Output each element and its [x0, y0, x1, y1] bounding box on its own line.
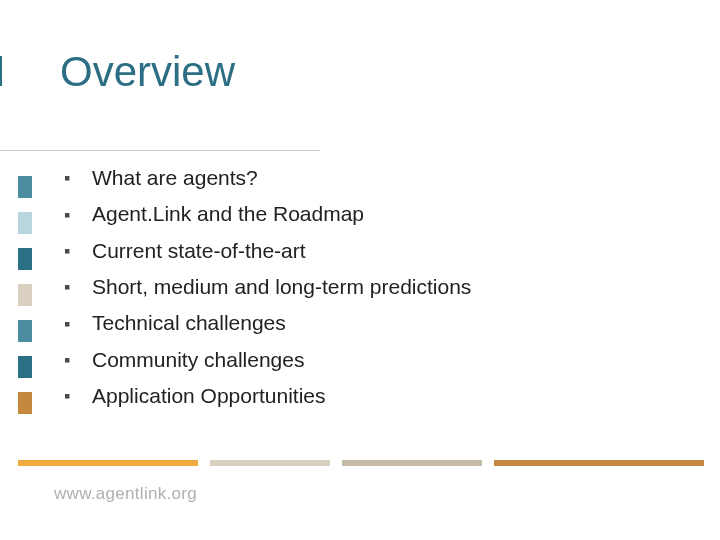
bullet-item: ▪Technical challenges — [64, 309, 664, 337]
strip-segment — [18, 392, 32, 414]
strip-segment — [18, 248, 32, 270]
footer-url: www.agentlink.org — [54, 484, 197, 504]
left-accent-bar — [0, 56, 2, 86]
bullet-list: ▪What are agents?▪Agent.Link and the Roa… — [64, 164, 664, 418]
footer-bar-segment — [494, 460, 704, 466]
bullet-text: Agent.Link and the Roadmap — [92, 200, 364, 228]
bullet-text: Short, medium and long-term predictions — [92, 273, 471, 301]
bullet-item: ▪What are agents? — [64, 164, 664, 192]
square-bullet-icon: ▪ — [64, 242, 74, 260]
bullet-item: ▪Community challenges — [64, 346, 664, 374]
title-divider — [0, 150, 320, 151]
square-bullet-icon: ▪ — [64, 351, 74, 369]
square-bullet-icon: ▪ — [64, 278, 74, 296]
strip-segment — [18, 356, 32, 378]
bullet-item: ▪Application Opportunities — [64, 382, 664, 410]
left-color-strip — [18, 176, 32, 428]
strip-segment — [18, 176, 32, 198]
footer-bar-segment — [330, 460, 342, 466]
footer-bar-segment — [18, 460, 198, 466]
footer-color-bar — [18, 460, 704, 466]
bullet-item: ▪Current state-of-the-art — [64, 237, 664, 265]
strip-segment — [18, 212, 32, 234]
bullet-text: Current state-of-the-art — [92, 237, 306, 265]
square-bullet-icon: ▪ — [64, 387, 74, 405]
bullet-item: ▪Short, medium and long-term predictions — [64, 273, 664, 301]
bullet-item: ▪Agent.Link and the Roadmap — [64, 200, 664, 228]
strip-segment — [18, 284, 32, 306]
bullet-text: Application Opportunities — [92, 382, 325, 410]
slide-title: Overview — [60, 48, 235, 96]
bullet-text: Community challenges — [92, 346, 304, 374]
bullet-text: What are agents? — [92, 164, 258, 192]
footer-bar-segment — [210, 460, 330, 466]
bullet-text: Technical challenges — [92, 309, 286, 337]
strip-segment — [18, 320, 32, 342]
footer-bar-segment — [198, 460, 210, 466]
footer-bar-segment — [342, 460, 482, 466]
square-bullet-icon: ▪ — [64, 206, 74, 224]
square-bullet-icon: ▪ — [64, 315, 74, 333]
square-bullet-icon: ▪ — [64, 169, 74, 187]
footer-bar-segment — [482, 460, 494, 466]
